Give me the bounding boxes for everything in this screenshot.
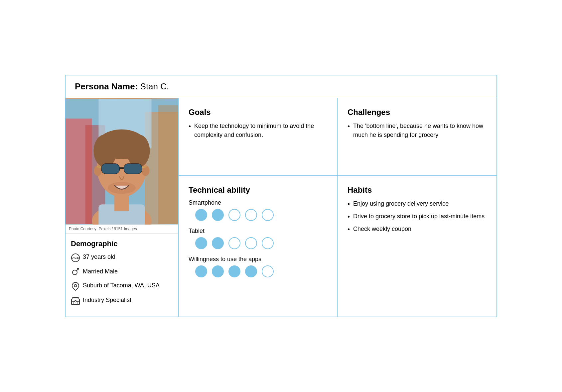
location-text: Suburb of Tacoma, WA, USA bbox=[83, 281, 160, 290]
persona-body: Photo Courtesy: Pexels / 9151 Images Dem… bbox=[66, 98, 496, 316]
dot bbox=[228, 209, 240, 221]
svg-point-30 bbox=[75, 300, 76, 302]
demographic-title: Demographic bbox=[71, 240, 173, 248]
svg-rect-4 bbox=[158, 105, 178, 224]
tech-apps: Willingness to use the apps bbox=[189, 256, 327, 277]
photo-placeholder bbox=[66, 98, 178, 225]
habits-title: Habits bbox=[348, 185, 487, 195]
dot bbox=[195, 237, 207, 249]
occupation-text: Industry Specialist bbox=[83, 296, 131, 304]
persona-name: Stan C. bbox=[140, 81, 169, 91]
svg-point-12 bbox=[127, 135, 150, 167]
dot bbox=[228, 265, 240, 277]
svg-point-11 bbox=[94, 135, 117, 167]
goals-title: Goals bbox=[189, 108, 327, 117]
svg-rect-21 bbox=[124, 164, 142, 174]
tech-tablet: Tablet bbox=[189, 228, 327, 249]
smartphone-label: Smartphone bbox=[189, 199, 327, 206]
dot bbox=[195, 209, 207, 221]
tech-smartphone: Smartphone bbox=[189, 199, 327, 221]
habits-cell: Habits Enjoy using grocery delivery serv… bbox=[338, 176, 496, 317]
location-icon bbox=[71, 282, 80, 291]
challenges-list: The 'bottom line', because he wants to k… bbox=[348, 122, 487, 140]
tablet-dots bbox=[189, 237, 327, 249]
age-icon: AGE bbox=[71, 253, 80, 262]
dot bbox=[245, 265, 257, 277]
dot bbox=[245, 237, 257, 249]
svg-point-23 bbox=[72, 270, 77, 275]
svg-line-19 bbox=[142, 167, 147, 167]
challenges-item-0: The 'bottom line', because he wants to k… bbox=[348, 122, 487, 140]
tech-cell: Technical ability Smartphone Tablet bbox=[179, 176, 338, 317]
demo-gender: Married Male bbox=[71, 267, 173, 276]
demographic-section: Demographic AGE 37 years old bbox=[66, 234, 178, 316]
smartphone-dots bbox=[189, 209, 327, 221]
age-text: 37 years old bbox=[83, 253, 115, 261]
svg-rect-20 bbox=[101, 164, 119, 174]
challenges-cell: Challenges The 'bottom line', because he… bbox=[338, 98, 496, 176]
dot bbox=[195, 265, 207, 277]
dot bbox=[212, 237, 224, 249]
photo-credit: Photo Courtesy: Pexels / 9151 Images bbox=[66, 225, 178, 234]
demo-occupation: Industry Specialist bbox=[71, 296, 173, 305]
svg-line-24 bbox=[76, 268, 79, 271]
persona-header: Persona Name: Stan C. bbox=[66, 75, 496, 98]
habits-item-2: Check weekly coupon bbox=[348, 225, 487, 234]
male-icon bbox=[71, 268, 80, 275]
habits-item-1: Drive to grocery store to pick up last-m… bbox=[348, 212, 487, 221]
habits-list: Enjoy using grocery delivery service Dri… bbox=[348, 199, 487, 234]
tablet-label: Tablet bbox=[189, 228, 327, 235]
left-column: Photo Courtesy: Pexels / 9151 Images Dem… bbox=[66, 98, 179, 316]
dot bbox=[245, 209, 257, 221]
dot bbox=[262, 237, 274, 249]
challenges-title: Challenges bbox=[348, 108, 487, 117]
goals-cell: Goals Keep the technology to minimum to … bbox=[179, 98, 338, 176]
dot bbox=[212, 209, 224, 221]
apps-label: Willingness to use the apps bbox=[189, 256, 327, 263]
demo-location: Suburb of Tacoma, WA, USA bbox=[71, 281, 173, 291]
tech-title: Technical ability bbox=[189, 185, 327, 195]
apps-dots bbox=[189, 265, 327, 277]
photo-container bbox=[66, 98, 178, 225]
svg-point-22 bbox=[108, 182, 136, 194]
goals-item-0: Keep the technology to minimum to avoid … bbox=[189, 122, 327, 140]
portrait-svg bbox=[66, 98, 178, 225]
dot bbox=[262, 265, 274, 277]
goals-list: Keep the technology to minimum to avoid … bbox=[189, 122, 327, 140]
svg-point-27 bbox=[74, 284, 77, 287]
habits-item-0: Enjoy using grocery delivery service bbox=[348, 199, 487, 209]
dot bbox=[212, 265, 224, 277]
occupation-icon bbox=[71, 297, 80, 305]
persona-card: Persona Name: Stan C. bbox=[65, 75, 497, 317]
dot bbox=[228, 237, 240, 249]
demo-age: AGE 37 years old bbox=[71, 253, 173, 262]
dot bbox=[262, 209, 274, 221]
persona-label: Persona Name: bbox=[75, 81, 138, 91]
gender-text: Married Male bbox=[83, 267, 118, 276]
svg-line-18 bbox=[97, 167, 101, 167]
